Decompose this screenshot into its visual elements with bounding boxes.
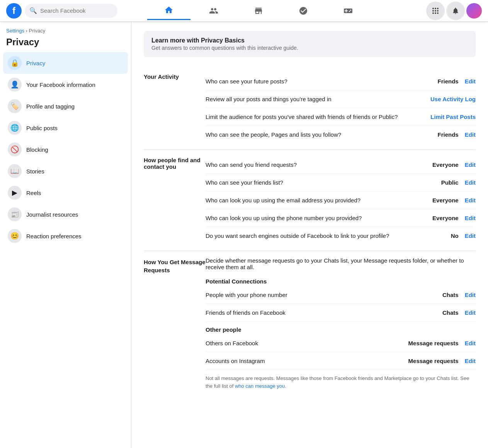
svg-point-2 xyxy=(437,8,439,9)
settings-sections: Your Activity Who can see your future po… xyxy=(144,66,476,396)
setting-question-msg-1-1: Accounts on Instagram xyxy=(206,357,408,365)
setting-question-msg-0-0: People with your phone number xyxy=(206,291,428,299)
setting-value-msg-1-1: Message requests xyxy=(408,358,459,364)
setting-question-how-people-find-1: Who can see your friends list? xyxy=(206,178,428,187)
sidebar-item-facebook-info[interactable]: 👤 Your Facebook information xyxy=(3,74,128,95)
search-icon: 🔍 xyxy=(29,7,37,14)
setting-action-how-people-find-3[interactable]: Edit xyxy=(465,215,476,221)
sidebar-label-journalist: Journalist resources xyxy=(26,211,78,218)
setting-value-how-people-find-2: Everyone xyxy=(428,197,459,204)
section-label-message-requests: How You Get Message Requests xyxy=(144,257,206,274)
setting-action-your-activity-0[interactable]: Edit xyxy=(465,78,476,85)
setting-action-msg-1-0[interactable]: Edit xyxy=(465,340,476,346)
sidebar-label-stories: Stories xyxy=(26,168,44,175)
setting-action-your-activity-2[interactable]: Limit Past Posts xyxy=(430,114,476,120)
search-bar[interactable]: 🔍 xyxy=(25,4,117,18)
setting-action-your-activity-3[interactable]: Edit xyxy=(465,131,476,138)
setting-question-msg-1-0: Others on Facebook xyxy=(206,339,408,347)
nav-marketplace-button[interactable] xyxy=(237,2,280,20)
section-your-activity: Your Activity Who can see your future po… xyxy=(144,66,476,149)
nav-grid-button[interactable] xyxy=(426,2,445,20)
sidebar-item-reels[interactable]: ▶ Reels xyxy=(3,182,128,204)
svg-point-7 xyxy=(435,12,436,14)
setting-row-msg-1-1: Accounts on Instagram Message requests E… xyxy=(206,352,476,370)
sidebar-icon-journalist: 📰 xyxy=(8,207,22,221)
setting-row-how-people-find-1: Who can see your friends list? Public Ed… xyxy=(206,174,476,192)
setting-row-your-activity-2: Limit the audience for posts you've shar… xyxy=(206,108,476,126)
setting-row-your-activity-3: Who can see the people, Pages and lists … xyxy=(206,126,476,143)
setting-action-msg-1-1[interactable]: Edit xyxy=(465,358,476,364)
subsection-title-1: Other people xyxy=(206,322,476,334)
privacy-basics-banner: Learn more with Privacy Basics Get answe… xyxy=(144,31,476,57)
section-row-how-people-find: How people find and contact you Who can … xyxy=(144,150,476,251)
nav-notifications-button[interactable] xyxy=(446,2,465,20)
sidebar-label-facebook-info: Your Facebook information xyxy=(26,81,95,88)
sidebar-item-stories[interactable]: 📖 Stories xyxy=(3,160,128,182)
sidebar-item-privacy[interactable]: 🔒 Privacy xyxy=(3,52,128,74)
nav-center-icons xyxy=(147,2,370,20)
setting-value-how-people-find-4: No xyxy=(428,232,459,239)
setting-action-msg-0-0[interactable]: Edit xyxy=(465,292,476,298)
setting-question-how-people-find-3: Who can look you up using the phone numb… xyxy=(206,214,428,222)
setting-row-your-activity-1: Review all your posts and things you're … xyxy=(206,90,476,108)
rows-group-how-people-find: Who can send you friend requests? Everyo… xyxy=(206,156,476,244)
search-input[interactable] xyxy=(40,7,113,14)
setting-action-msg-0-1[interactable]: Edit xyxy=(465,309,476,316)
nav-avatar-button[interactable] xyxy=(466,3,482,19)
setting-row-msg-1-0: Others on Facebook Message requests Edit xyxy=(206,334,476,352)
sidebar-icon-profile-tagging: 🏷️ xyxy=(8,99,22,113)
setting-question-how-people-find-2: Who can look you up using the email addr… xyxy=(206,196,428,204)
setting-row-your-activity-0: Who can see your future posts? Friends E… xyxy=(206,73,476,90)
sidebar-icon-stories: 📖 xyxy=(8,164,22,178)
message-footer-note: Not all messages are requests. Messages … xyxy=(206,370,476,390)
sidebar-item-profile-tagging[interactable]: 🏷️ Profile and tagging xyxy=(3,95,128,117)
section-description-message-requests: Decide whether message requests go to yo… xyxy=(206,257,476,273)
breadcrumb-current: Privacy xyxy=(29,28,46,34)
sidebar-icon-privacy: 🔒 xyxy=(8,56,22,70)
rows-group-message-requests: Decide whether message requests go to yo… xyxy=(206,257,476,390)
setting-row-how-people-find-2: Who can look you up using the email addr… xyxy=(206,192,476,209)
section-row-your-activity: Your Activity Who can see your future po… xyxy=(144,66,476,149)
who-can-message-link[interactable]: who can message you xyxy=(235,383,285,389)
sidebar-icon-public-posts: 🌐 xyxy=(8,121,22,135)
section-label-your-activity: Your Activity xyxy=(144,73,206,80)
setting-question-how-people-find-0: Who can send you friend requests? xyxy=(206,161,428,169)
sidebar-item-reactions[interactable]: 😊 Reaction preferences xyxy=(3,225,128,247)
sidebar-label-privacy: Privacy xyxy=(26,60,45,66)
sidebar-item-public-posts[interactable]: 🌐 Public posts xyxy=(3,117,128,139)
subsection-title-0: Potential Connections xyxy=(206,273,476,286)
sidebar-label-public-posts: Public posts xyxy=(26,125,58,131)
sidebar-icon-facebook-info: 👤 xyxy=(8,78,22,92)
svg-point-4 xyxy=(435,10,436,12)
setting-action-how-people-find-4[interactable]: Edit xyxy=(465,232,476,239)
privacy-basics-title: Learn more with Privacy Basics xyxy=(151,37,468,44)
nav-friends-button[interactable] xyxy=(192,2,235,20)
setting-value-msg-0-1: Chats xyxy=(428,309,459,316)
setting-question-your-activity-1: Review all your posts and things you're … xyxy=(206,95,430,103)
setting-question-how-people-find-4: Do you want search engines outside of Fa… xyxy=(206,232,428,240)
nav-gaming-button[interactable] xyxy=(326,2,370,20)
setting-action-how-people-find-2[interactable]: Edit xyxy=(465,197,476,204)
setting-row-msg-0-1: Friends of friends on Facebook Chats Edi… xyxy=(206,304,476,322)
setting-action-your-activity-1[interactable]: Use Activity Log xyxy=(430,96,476,102)
svg-point-5 xyxy=(437,10,439,12)
sidebar-item-journalist[interactable]: 📰 Journalist resources xyxy=(3,204,128,225)
breadcrumb-parent[interactable]: Settings xyxy=(6,28,24,34)
setting-row-how-people-find-0: Who can send you friend requests? Everyo… xyxy=(206,156,476,174)
rows-group-your-activity: Who can see your future posts? Friends E… xyxy=(206,73,476,143)
setting-row-how-people-find-4: Do you want search engines outside of Fa… xyxy=(206,227,476,244)
setting-action-how-people-find-0[interactable]: Edit xyxy=(465,161,476,168)
sidebar: Settings › Privacy Privacy 🔒 Privacy 👤 Y… xyxy=(0,22,131,448)
setting-action-how-people-find-1[interactable]: Edit xyxy=(465,179,476,186)
nav-home-button[interactable] xyxy=(147,2,190,20)
nav-groups-button[interactable] xyxy=(282,2,325,20)
svg-point-3 xyxy=(432,10,434,12)
setting-row-msg-0-0: People with your phone number Chats Edit xyxy=(206,286,476,304)
sidebar-icon-blocking: 🚫 xyxy=(8,143,22,156)
setting-value-how-people-find-3: Everyone xyxy=(428,215,459,221)
sidebar-item-blocking[interactable]: 🚫 Blocking xyxy=(3,139,128,160)
sidebar-title: Privacy xyxy=(3,35,128,52)
section-label-how-people-find: How people find and contact you xyxy=(144,156,206,170)
section-how-people-find: How people find and contact you Who can … xyxy=(144,150,476,251)
breadcrumb: Settings › Privacy xyxy=(3,28,128,35)
